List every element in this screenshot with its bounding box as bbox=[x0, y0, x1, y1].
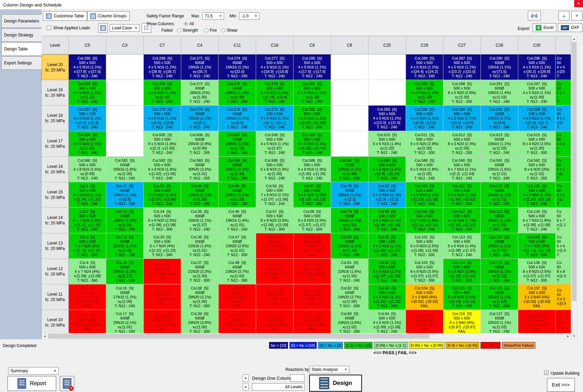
all-levels-dropdown[interactable]: ▼ bbox=[243, 383, 249, 391]
column-design-cell[interactable]: Col.285 [S]500 x 5004 x 5 N16 (1.1%)xy:[… bbox=[406, 80, 443, 106]
column-design-cell[interactable]: Col.36 [S]600Ø22N16 (1.6%)xy:[1.01]T: N1… bbox=[181, 233, 219, 259]
column-design-cell[interactable]: Col.112 [S]500 x 5004 x 5 N16 (1.1%)x:[1… bbox=[443, 208, 481, 233]
horizontal-scroll-thumb[interactable] bbox=[48, 334, 429, 339]
column-design-cell[interactable]: Col.45 [S]600Ø15N16 (1.1%)xy:[1.22]T: N1… bbox=[219, 182, 256, 208]
column-design-cell[interactable]: Col.122 [S]600Ø15N16 (1.1%)xy:[1.71]T: N… bbox=[481, 182, 518, 208]
column-design-cell[interactable]: Col.134 [S]500 x 5006 x 7 N16 (1.8%)x:[1… bbox=[518, 208, 556, 233]
column-design-cell[interactable]: Col.580 [S]500 x 5004 x 8 N16 (1.6%)xy:[… bbox=[69, 157, 106, 182]
column-design-cell[interactable]: Col.271 [S]600Ø15N16 (1.1%)xy:[35.7]T: N… bbox=[181, 54, 219, 80]
column-header[interactable]: C8 bbox=[294, 36, 331, 54]
level-row-header[interactable]: Level 18fc: 20 MPa bbox=[42, 106, 69, 131]
column-design-cell[interactable]: Col.269 [S]500 x 5004 x 5 N16 (1.1%)xy:[… bbox=[144, 80, 181, 106]
sidebar-item-design-strategy[interactable]: Design Strategy bbox=[1, 28, 42, 42]
column-design-cell[interactable]: Col.92 [S]500 x 5004 x 5 N16 (1.1%)x:[1.… bbox=[368, 259, 406, 284]
column-design-cell[interactable]: Col.133 [S]500 x 5004 x 5 N16 (1.1%)x:[1… bbox=[518, 182, 556, 208]
column-design-cell[interactable]: Col.607 [S]600Ø15N16 (1.1%)xy:[1.13]T: N… bbox=[219, 131, 256, 157]
column-design-cell[interactable]: Col.27 [S]500 x 5003 x 3 N40 (4%)FAIL bbox=[144, 284, 181, 310]
column-design-cell[interactable]: Col.28 [S]500 x 5003 x 3 N40 (4%)FAIL bbox=[144, 310, 181, 333]
column-design-cell[interactable]: Col.272 [S]600Ø28N16 (2%)xy:[1.00]T: N12… bbox=[181, 80, 219, 106]
column-design-cell[interactable]: Col.608 [S]500 x 5004 x 5 N16 (1.1%)xy:[… bbox=[256, 131, 294, 157]
column-design-cell[interactable]: Co503 x 3x:[0.9 bbox=[556, 284, 571, 310]
column-design-cell[interactable]: Col.2 [S]500 x 5006 x 7 N16 (1.8%)x:[1.1… bbox=[69, 208, 106, 233]
column-header[interactable]: C3 bbox=[106, 36, 144, 54]
column-design-cell[interactable]: Col.588 [S]500 x 5006 x 5 N16 (1.4%)x:[2… bbox=[368, 157, 406, 182]
scroll-up-icon[interactable]: ▲ bbox=[571, 36, 577, 42]
report-button[interactable]: Report bbox=[7, 376, 56, 391]
vertical-scroll-thumb[interactable] bbox=[572, 42, 577, 301]
column-design-cell[interactable]: Col.100 [S]500 x 5004 x 5 N16 (1.1%)x:[1… bbox=[406, 182, 443, 208]
sidebar-item-design-parameters[interactable]: Design Parameters bbox=[1, 14, 42, 28]
column-design-cell[interactable]: Col.5 [S]500 x 5003 x 3 N40 (4%)x:[0.9] … bbox=[69, 284, 106, 310]
column-design-cell[interactable]: Col.26 [S]500 x 5003 x 3 N40 (4%)FAIL bbox=[144, 259, 181, 284]
column-design-cell[interactable]: Col.280 [S]500 x 5004 x 5 N16 (1.1%)x:[1… bbox=[294, 54, 331, 80]
column-design-cell[interactable]: Col.292 [S]600Ø15N16 (1.1%)xy:[4.9]T: N1… bbox=[481, 106, 518, 131]
column-design-cell[interactable]: Col.583 [S]600Ø30N20 (3.3%)xy:[1.01]T: N… bbox=[181, 157, 219, 182]
column-design-cell[interactable]: Col.116 [S]500 x 5003 x 3 N40 (4%)x:[0.9… bbox=[443, 310, 481, 333]
column-design-cell[interactable]: Col.138 [S]500 x 5003 x 3 N40 (4%)FAIL bbox=[518, 310, 556, 333]
column-header[interactable]: C7 bbox=[144, 36, 181, 54]
column-design-cell[interactable]: Col.93 [S]500 x 5004 x 5 N16 (1.1%)x:[1.… bbox=[368, 284, 406, 310]
column-design-cell[interactable]: Col.124 [S]600Ø15N16 (1.1%)xy:[1.35]T: N… bbox=[481, 233, 518, 259]
column-header[interactable]: C11 bbox=[219, 36, 256, 54]
column-design-cell[interactable]: Col.587 [S]600Ø15N16 (1.1%)xy:[1.66]T: N… bbox=[331, 157, 368, 182]
column-design-cell[interactable]: Co504 x 5x:[25T: bbox=[556, 54, 571, 80]
radio-shear[interactable]: Shear bbox=[221, 28, 238, 33]
scroll-down-icon[interactable]: ▼ bbox=[571, 333, 577, 339]
radio-all[interactable]: All bbox=[184, 21, 194, 26]
column-design-cell[interactable]: Col.105 [S]500 x 5003 x 3 N40 (4%)FAIL bbox=[406, 310, 443, 333]
column-design-cell[interactable]: Col.278 [S]500 x 5004 x 5 N16 (1.1%)x:[1… bbox=[256, 80, 294, 106]
column-design-cell[interactable]: Col.57 [S]500 x 5008 x 8 N20 (3.5%)x:[1.… bbox=[256, 208, 294, 233]
vertical-scrollbar[interactable]: ▲ ▼ bbox=[571, 36, 577, 339]
column-design-cell[interactable]: Col.83 [S]600Ø24N24 (3.8%)xy:[1.02]T: N1… bbox=[331, 310, 368, 333]
column-design-cell[interactable]: Col.79 [S]600Ø15N16 (1.1%)xy:[1.53]T: N1… bbox=[331, 208, 368, 233]
column-design-cell[interactable]: Col.34 [S]600Ø15N16 (1.1%)xy:[1.28]T: N1… bbox=[181, 182, 219, 208]
radio-fire[interactable]: Fire bbox=[204, 28, 217, 33]
column-design-cell[interactable]: Col.287 [S]500 x 5004 x 5 N16 (1.1%)x:[2… bbox=[443, 54, 481, 80]
column-design-cell[interactable]: Col.38 [S]600Ø28N20 (3.1%)xy:[1.00]T: N1… bbox=[181, 284, 219, 310]
all-levels-select[interactable]: All Levels bbox=[252, 383, 304, 391]
max-safety-factor-select[interactable]: 71.5▼ bbox=[202, 12, 224, 20]
report-type-select[interactable]: Summary▼ bbox=[8, 367, 59, 375]
column-design-cell[interactable]: Co506 x 6x:[1.0T: bbox=[556, 233, 571, 259]
column-design-cell[interactable]: Col.104 [S]500 x 5003 x 3 N40 (4%)x:[0.9… bbox=[406, 284, 443, 310]
column-design-cell[interactable]: Col.135 [S]500 x 5007 x 7 N20 (3%)x:[1.1… bbox=[518, 233, 556, 259]
column-design-cell[interactable]: Col.270 [S]500 x 5004 x 5 N16 (1.1%)x:[2… bbox=[144, 106, 181, 131]
sidebar-item-export-settings[interactable]: Export Settings bbox=[1, 56, 42, 70]
column-design-cell[interactable]: Col.16 [S]600Ø17N16 (1.2%)xy:[1.00]T: N1… bbox=[106, 284, 144, 310]
column-design-cell[interactable]: Col.90 [S]500 x 5004 x 5 N16 (1.1%)x:[1.… bbox=[368, 208, 406, 233]
scroll-right-icon[interactable]: ► bbox=[565, 333, 571, 339]
exit-button[interactable]: Exit >>> bbox=[547, 378, 575, 392]
column-design-cell[interactable]: Col.70 [S]500 x 5003 x 3 N40 (4%)FAIL bbox=[294, 259, 331, 284]
column-design-cell[interactable]: Col.137 [S]500 x 5003 x 3 N40 (4%)x:[0.9… bbox=[518, 284, 556, 310]
column-design-cell[interactable]: Col.291 [S]600Ø19N16 (1.4%)xy:[1.03]T: N… bbox=[481, 80, 518, 106]
column-header[interactable]: C25 bbox=[368, 36, 406, 54]
reactions-by-select[interactable]: Static Analysis▼ bbox=[309, 366, 349, 373]
column-design-cell[interactable]: Col.72 [S]500 x 5003 x 3 N40 (4%)FAIL bbox=[294, 310, 331, 333]
column-design-cell[interactable]: Col.273 [S]600Ø15N16 (1.1%)xy:[3.1]T: N1… bbox=[181, 106, 219, 131]
level-row-header[interactable]: Level 10fc: 20 MPa bbox=[42, 310, 69, 333]
export-excel-button[interactable]: X Excel bbox=[533, 23, 556, 32]
close-icon[interactable]: ✕ bbox=[574, 0, 583, 7]
column-design-cell[interactable]: Col.103 [S]500 x 5008 x 8 N20 (3.5%)x:[1… bbox=[406, 259, 443, 284]
column-design-cell[interactable]: Col.610 [S]500 x 5006 x 5 N16 (1.4%)xy:[… bbox=[368, 131, 406, 157]
column-design-cell[interactable]: Col.289 [S]500 x 5004 x 5 N16 (1.1%)x:[3… bbox=[443, 106, 481, 131]
column-header[interactable]: C5 bbox=[69, 36, 106, 54]
column-header[interactable]: C30 bbox=[518, 36, 556, 54]
move-up-button[interactable]: ▲ bbox=[558, 11, 569, 20]
column-design-cell[interactable]: Col.111 [S]500 x 5004 x 5 N16 (1.1%)x:[1… bbox=[443, 182, 481, 208]
column-design-cell[interactable]: Col.91 [S]500 x 5004 x 5 N16 (1.1%)x:[1.… bbox=[368, 233, 406, 259]
column-design-cell[interactable]: Col.279 [S]500 x 5004 x 5 N16 (1.1%)x:[2… bbox=[256, 106, 294, 131]
column-design-cell[interactable]: Col.284 [S]500 x 5004 x 5 N16 (1.1%)x:[2… bbox=[406, 54, 443, 80]
column-design-cell[interactable]: Col.585 [S]500 x 5006 x 8 N16 (1.9%)xy:[… bbox=[256, 157, 294, 182]
column-design-cell[interactable]: Col.14 [S]600Ø15N16 (1.1%)xy:[1.45]T: N1… bbox=[106, 233, 144, 259]
min-safety-factor-select[interactable]: -1.0▼ bbox=[239, 12, 259, 20]
column-design-cell[interactable]: Col.17 [S]600Ø29N16 (2.1%)xy:[1.01]T: N1… bbox=[106, 310, 144, 333]
column-design-cell[interactable]: Col.89 [S]500 x 5004 x 5 N16 (1.1%)x:[2.… bbox=[368, 182, 406, 208]
column-header[interactable]: C29 bbox=[406, 36, 443, 54]
column-design-cell[interactable]: Col.80 [S]600Ø15N16 (1.1%)xy:[1.14]T: N1… bbox=[331, 233, 368, 259]
customise-table-button[interactable]: Customise Table bbox=[43, 11, 87, 21]
column-design-cell[interactable]: Col.4 [S]500 x 5006 x 7 N24 (4%)x:[1.09]… bbox=[69, 259, 106, 284]
column-design-cell[interactable]: Col.25 [S]500 x 5006 x 7 N24 (4%)x:[1.11… bbox=[144, 233, 181, 259]
column-design-cell[interactable]: Col.582 [S]500 x 5006 x 8 N16 (1.9%)x:[1… bbox=[144, 157, 181, 182]
column-design-cell[interactable]: Col.590 [S]500 x 5008 x 7 N16 (2.1%)x:[2… bbox=[443, 157, 481, 182]
